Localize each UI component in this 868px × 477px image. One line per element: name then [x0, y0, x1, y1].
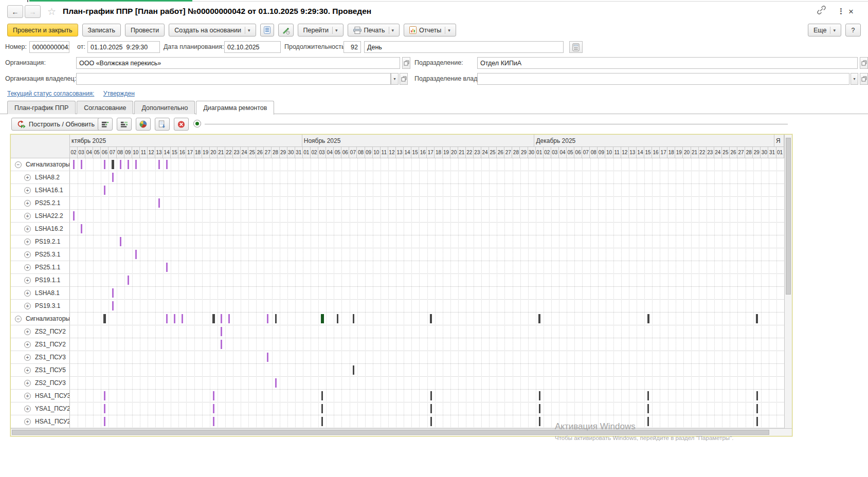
gantt-mark[interactable]: [353, 365, 354, 375]
gantt-mark[interactable]: [337, 314, 338, 323]
expand-icon[interactable]: +: [24, 393, 31, 399]
gantt-mark[interactable]: [321, 417, 323, 426]
gantt-row-label[interactable]: +PS19.3.1: [11, 300, 70, 313]
tab-plan-grafik-ppr[interactable]: План-график ППР: [7, 101, 76, 114]
gantt-row[interactable]: [70, 171, 784, 184]
gantt-mark[interactable]: [166, 263, 168, 272]
gantt-mark[interactable]: [213, 417, 214, 426]
gantt-row-label[interactable]: +ZS1_ПСУ3: [11, 351, 70, 364]
gantt-mark[interactable]: [756, 404, 758, 413]
create-based-on-button[interactable]: Создать на основании▾: [169, 24, 256, 36]
gantt-row[interactable]: [70, 223, 784, 235]
gantt-mark[interactable]: [135, 250, 137, 259]
duration-field[interactable]: 92: [343, 41, 361, 53]
gantt-mark[interactable]: [213, 391, 214, 400]
expand-icon[interactable]: +: [24, 200, 31, 207]
gantt-row[interactable]: [70, 364, 784, 377]
close-button[interactable]: ×: [848, 7, 854, 17]
gantt-row-label[interactable]: +LSHA8.2: [11, 171, 70, 184]
duration-unit-field[interactable]: День: [364, 41, 564, 53]
gantt-group-label[interactable]: −Сигнализаторы: [11, 158, 70, 171]
gantt-row[interactable]: [70, 184, 784, 197]
gantt-row-label[interactable]: +LSHA16.1: [11, 184, 70, 197]
dept-field[interactable]: Отдел КИПиА: [477, 57, 858, 69]
back-button[interactable]: ←: [7, 5, 23, 18]
gantt-mark[interactable]: [158, 198, 160, 208]
status-link[interactable]: Текущий статус согласования:: [7, 90, 94, 97]
gantt-mark[interactable]: [647, 391, 649, 400]
gantt-mark[interactable]: [182, 314, 183, 323]
gantt-row-label[interactable]: +YSA1_ПСУ2: [11, 402, 70, 415]
gantt-row[interactable]: [70, 235, 784, 248]
gantt-mark[interactable]: [81, 160, 82, 169]
dept-owner-dropdown-button[interactable]: ▾: [851, 73, 858, 85]
dept-owner-field[interactable]: [477, 73, 849, 85]
gantt-row-label[interactable]: +HSA1_ПСУ2: [11, 415, 70, 428]
gantt-row[interactable]: [70, 313, 784, 325]
gantt-mark[interactable]: [267, 353, 268, 362]
gantt-mark[interactable]: [756, 314, 758, 323]
build-refresh-button[interactable]: Построить / Обновить: [11, 118, 100, 131]
gantt-mark[interactable]: [120, 237, 121, 246]
reports-button[interactable]: Отчеты▾: [404, 24, 456, 36]
gantt-mark[interactable]: [538, 314, 540, 323]
post-button[interactable]: Провести: [125, 24, 165, 36]
gantt-mark[interactable]: [539, 391, 540, 400]
gantt-mark[interactable]: [128, 160, 129, 169]
gantt-mark[interactable]: [73, 211, 75, 221]
gantt-row-label[interactable]: +PS25.2.1: [11, 197, 70, 210]
approve-pen-button[interactable]: [278, 24, 294, 36]
org-owner-field[interactable]: [76, 73, 391, 85]
document-list-button[interactable]: [260, 24, 274, 36]
gantt-mark[interactable]: [120, 160, 121, 169]
gantt-mark[interactable]: [104, 417, 105, 426]
gantt-mark[interactable]: [213, 404, 214, 413]
gantt-row-label[interactable]: +LSHA22.2: [11, 210, 70, 223]
gantt-mark[interactable]: [104, 160, 105, 169]
gantt-mark[interactable]: [158, 160, 160, 169]
gantt-mark[interactable]: [647, 417, 649, 426]
gantt-mark[interactable]: [221, 327, 222, 336]
gantt-mark[interactable]: [104, 186, 105, 195]
gantt-row[interactable]: [70, 158, 784, 171]
report-list-button[interactable]: [155, 118, 170, 131]
expand-icon[interactable]: +: [24, 418, 31, 425]
org-owner-open-button[interactable]: [400, 73, 408, 85]
status-value-link[interactable]: Утвержден: [103, 90, 135, 97]
gantt-mark[interactable]: [128, 276, 129, 285]
gantt-mark[interactable]: [275, 378, 277, 388]
expand-icon[interactable]: +: [24, 303, 31, 309]
gantt-intervals-button[interactable]: [117, 118, 132, 131]
vertical-scrollbar-thumb[interactable]: [786, 138, 791, 295]
org-open-button[interactable]: [402, 57, 410, 69]
org-owner-dropdown-button[interactable]: ▾: [391, 73, 399, 85]
gantt-mark[interactable]: [321, 314, 324, 323]
gantt-row-label[interactable]: +LSHA16.2: [11, 223, 70, 235]
gantt-mark[interactable]: [112, 160, 114, 169]
gantt-mark[interactable]: [321, 391, 323, 400]
plan-date-field[interactable]: 02.10.2025: [224, 41, 281, 53]
gantt-mark[interactable]: [135, 160, 137, 169]
gantt-row-label[interactable]: +LSHA8.1: [11, 287, 70, 300]
save-button[interactable]: Записать: [82, 24, 121, 36]
gantt-row[interactable]: [70, 377, 784, 390]
gantt-mark[interactable]: [430, 417, 432, 426]
gantt-mark[interactable]: [112, 301, 114, 310]
gantt-row[interactable]: [70, 248, 784, 261]
gantt-row-label[interactable]: +HSA1_ПСУ3: [11, 390, 70, 402]
gantt-mark[interactable]: [430, 314, 432, 323]
expand-icon[interactable]: +: [24, 238, 31, 245]
expand-icon[interactable]: +: [24, 406, 31, 412]
expand-icon[interactable]: +: [24, 290, 31, 297]
expand-icon[interactable]: +: [24, 328, 31, 335]
favorite-star-icon[interactable]: ☆: [47, 6, 56, 17]
gantt-mark[interactable]: [166, 314, 168, 323]
gantt-mark[interactable]: [647, 314, 649, 323]
gantt-mark[interactable]: [212, 314, 215, 323]
gantt-mark[interactable]: [73, 160, 75, 169]
gantt-row[interactable]: [70, 274, 784, 287]
tab-dopolnitelno[interactable]: Дополнительно: [134, 101, 195, 114]
gantt-mark[interactable]: [756, 391, 758, 400]
number-field[interactable]: 00000000042: [29, 41, 69, 53]
record-indicator[interactable]: [193, 120, 201, 127]
